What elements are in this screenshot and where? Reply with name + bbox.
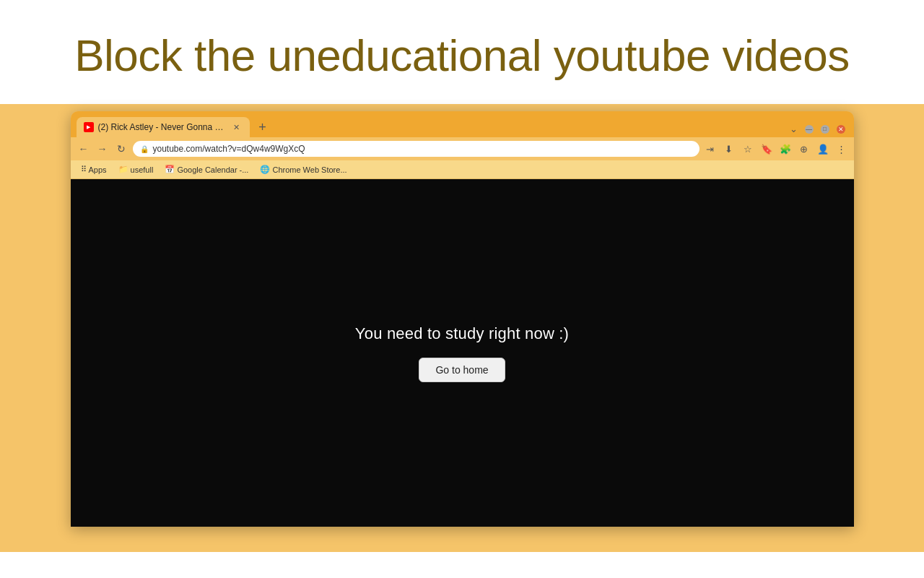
calendar-bookmark[interactable]: 📅 Google Calendar -...	[160, 163, 253, 176]
back-button[interactable]: ←	[77, 142, 91, 156]
bottom-section: (2) Rick Astley - Never Gonna G... ✕ + ⌄…	[0, 104, 924, 552]
menu-icon[interactable]: ⋮	[835, 142, 848, 155]
store-bookmark[interactable]: 🌐 Chrome Web Store...	[256, 163, 351, 176]
extension-puzzle-icon[interactable]: 🧩	[779, 142, 792, 155]
window-controls: ⌄ — □ ✕	[790, 124, 848, 137]
browser-toolbar: ← → ↻ 🔒 youtube.com/watch?v=dQw4w9WgXcQ …	[71, 137, 854, 160]
close-button[interactable]: ✕	[837, 125, 845, 134]
tab-list-button[interactable]: ⌄	[790, 124, 798, 134]
reload-button[interactable]: ↻	[114, 142, 128, 156]
usefull-label: usefull	[131, 165, 154, 174]
folder-icon: 📁	[118, 165, 128, 174]
apps-grid-icon: ⠿	[81, 165, 87, 174]
bookmarks-bar: ⠿ Apps 📁 usefull 📅 Google Calendar -... …	[71, 160, 854, 179]
study-message: You need to study right now :)	[355, 324, 569, 343]
active-tab[interactable]: (2) Rick Astley - Never Gonna G... ✕	[77, 117, 250, 137]
minimize-button[interactable]: —	[805, 125, 814, 134]
main-heading: Block the uneducational youtube videos	[0, 29, 924, 82]
top-section: Block the uneducational youtube videos	[0, 0, 924, 104]
go-home-button[interactable]: Go to home	[419, 358, 505, 382]
toolbar-right-icons: ⇥ ⬇ ☆ 🔖 🧩 ⊕ 👤 ⋮	[704, 142, 848, 155]
store-icon: 🌐	[260, 165, 270, 174]
restore-button[interactable]: □	[821, 125, 829, 134]
new-tab-button[interactable]: +	[253, 117, 273, 137]
tab-favicon-icon	[84, 122, 94, 132]
store-label: Chrome Web Store...	[272, 165, 346, 174]
save-icon[interactable]: ⬇	[723, 142, 736, 155]
url-text: youtube.com/watch?v=dQw4w9WgXcQ	[153, 144, 305, 154]
bookmark-icon[interactable]: 🔖	[760, 142, 773, 155]
browser-window: (2) Rick Astley - Never Gonna G... ✕ + ⌄…	[71, 111, 854, 527]
browser-tabs: (2) Rick Astley - Never Gonna G... ✕ + ⌄…	[71, 111, 854, 137]
cast-icon[interactable]: ⇥	[704, 142, 717, 155]
forward-button[interactable]: →	[95, 142, 110, 156]
usefull-bookmark[interactable]: 📁 usefull	[114, 163, 158, 176]
tab-close-button[interactable]: ✕	[231, 121, 243, 133]
apps-bookmark[interactable]: ⠿ Apps	[77, 163, 111, 176]
apps-label: Apps	[89, 165, 107, 174]
extension-icon[interactable]: ⊕	[798, 142, 811, 155]
lock-icon: 🔒	[140, 145, 149, 153]
profile-icon[interactable]: 👤	[816, 142, 829, 155]
calendar-icon: 📅	[165, 165, 175, 174]
calendar-label: Google Calendar -...	[177, 165, 248, 174]
tab-title: (2) Rick Astley - Never Gonna G...	[98, 122, 227, 132]
browser-chrome: (2) Rick Astley - Never Gonna G... ✕ + ⌄…	[71, 111, 854, 179]
browser-content: You need to study right now :) Go to hom…	[71, 179, 854, 527]
address-bar[interactable]: 🔒 youtube.com/watch?v=dQw4w9WgXcQ	[133, 141, 699, 157]
star-icon[interactable]: ☆	[741, 142, 754, 155]
